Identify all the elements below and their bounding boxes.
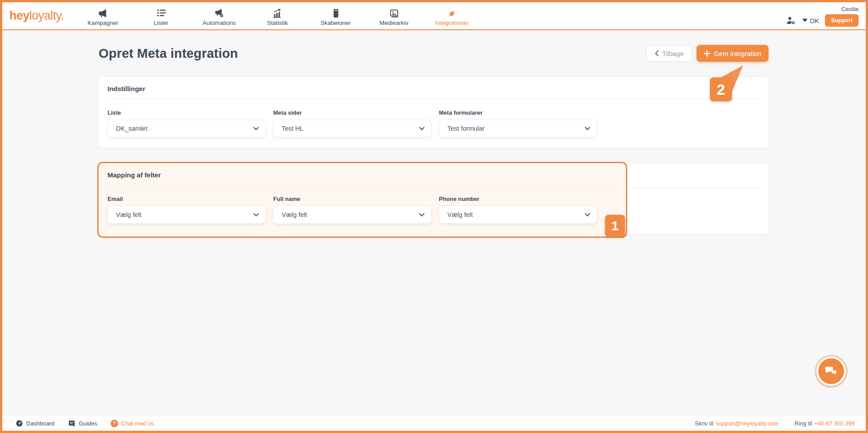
- logo-text-loyalty: loyalty.: [29, 9, 64, 22]
- chevron-left-icon: [655, 50, 659, 56]
- phone-number-mapping-select-value: Vælg felt: [447, 211, 585, 218]
- meta-sider-select[interactable]: Test HL: [273, 120, 431, 137]
- nav-item-statistik[interactable]: Statistik: [248, 6, 307, 26]
- chevron-down-icon: [419, 127, 425, 131]
- field-label-email: Email: [108, 196, 266, 202]
- field-phone-number: Phone number Vælg felt: [439, 196, 597, 224]
- settings-card: Indstillinger Liste DK_samlet Meta sider…: [99, 77, 768, 148]
- divider: [108, 98, 760, 99]
- email-mapping-select-value: Vælg felt: [116, 211, 253, 218]
- image-icon: [389, 8, 399, 19]
- nav-item-mediearkiv[interactable]: Mediearkiv: [365, 6, 423, 26]
- main-content: Opret Meta integration Tilbage Gem integ…: [2, 30, 866, 416]
- chevron-down-icon: [253, 213, 259, 217]
- mapping-card: Mapping af felter Email Vælg felt Full n…: [99, 163, 768, 234]
- call-prefix: Ring til: [795, 420, 812, 427]
- liste-select-value: DK_samlet: [116, 125, 253, 132]
- support-button[interactable]: Support: [825, 14, 859, 27]
- field-label-liste: Liste: [108, 109, 266, 116]
- nav-item-lister[interactable]: Lister: [132, 6, 190, 26]
- locale-selector[interactable]: DK: [802, 17, 819, 24]
- mapping-highlight-box: Mapping af felter Email Vælg felt Full n…: [97, 162, 627, 238]
- divider: [108, 184, 617, 185]
- nav-label: Lister: [154, 20, 168, 26]
- chat-widget-button[interactable]: [816, 357, 846, 386]
- guides-label: Guides: [79, 420, 97, 427]
- guides-link[interactable]: Guides: [68, 420, 97, 427]
- meta-formularer-select-value: Test formular: [447, 125, 585, 132]
- support-email-link[interactable]: support@heyloyalty.com: [716, 420, 779, 427]
- chat-bubbles-icon: [824, 365, 838, 377]
- page-title: Opret Meta integration: [99, 46, 238, 61]
- back-button[interactable]: Tilbage: [646, 45, 693, 62]
- field-meta-formularer: Meta formularer Test formular: [439, 109, 597, 137]
- meta-formularer-select[interactable]: Test formular: [439, 120, 597, 137]
- chevron-down-icon: [253, 127, 259, 131]
- header-right: Cecilie DK Support: [786, 5, 859, 27]
- chevron-down-icon: [419, 213, 425, 217]
- gauge-icon: [16, 420, 23, 427]
- list-icon: [156, 8, 167, 19]
- field-label-meta-formularer: Meta formularer: [439, 109, 597, 116]
- plug-icon: [447, 8, 458, 19]
- mapping-card-title: Mapping af felter: [108, 171, 617, 179]
- meta-sider-select-value: Test HL: [282, 125, 419, 132]
- field-full-name: Full name Vælg felt: [273, 196, 431, 224]
- field-email: Email Vælg felt: [108, 196, 266, 224]
- nav-item-automations[interactable]: Automations: [190, 6, 248, 26]
- nav-item-skabeloner[interactable]: Skabeloner: [307, 6, 365, 26]
- megaphone-icon: [98, 8, 108, 19]
- plus-icon: [704, 50, 710, 57]
- heyloyalty-logo[interactable]: heyloyalty.: [9, 9, 64, 23]
- nav-label: Skabeloner: [320, 20, 350, 26]
- dashboard-label: Dashboard: [26, 420, 55, 427]
- top-nav: heyloyalty. Kampagner Lister: [2, 2, 866, 30]
- step-badge-1: 1: [605, 215, 625, 237]
- full-name-mapping-select-value: Vælg felt: [282, 211, 419, 218]
- nav-item-kampagner[interactable]: Kampagner: [74, 6, 132, 26]
- nav-item-integrationer[interactable]: Integrationer: [423, 6, 481, 26]
- caret-down-icon: [802, 19, 808, 22]
- field-liste: Liste DK_samlet: [108, 109, 266, 137]
- logo-text-hey: hey: [9, 9, 29, 22]
- write-to-prefix: Skriv til: [695, 420, 713, 427]
- field-label-full-name: Full name: [273, 196, 431, 202]
- chat-med-os-link[interactable]: ? Chat med os: [111, 420, 154, 427]
- book-icon: [68, 420, 76, 427]
- chevron-down-icon: [585, 127, 590, 131]
- field-label-meta-sider: Meta sider: [273, 109, 431, 116]
- user-settings-icon[interactable]: [786, 16, 796, 25]
- main-nav: Kampagner Lister: [74, 6, 481, 26]
- bar-chart-icon: [272, 8, 283, 19]
- back-button-label: Tilbage: [662, 50, 684, 57]
- save-button-label: Gem integration: [714, 50, 761, 57]
- nav-label: Mediearkiv: [379, 20, 408, 26]
- nav-label: Kampagner: [88, 20, 119, 26]
- dashboard-link[interactable]: Dashboard: [16, 420, 55, 427]
- email-mapping-select[interactable]: Vælg felt: [108, 206, 266, 224]
- chat-med-os-label: Chat med os: [121, 420, 154, 427]
- step-badge-2: 2: [710, 77, 732, 101]
- tablet-icon: [330, 8, 341, 19]
- support-phone-link[interactable]: +45 87 300 399: [814, 420, 855, 427]
- nav-label: Statistik: [267, 20, 288, 26]
- settings-card-title: Indstillinger: [108, 85, 760, 92]
- chevron-down-icon: [585, 213, 590, 217]
- full-name-mapping-select[interactable]: Vælg felt: [273, 206, 431, 224]
- nav-label: Integrationer: [435, 20, 469, 26]
- locale-code: DK: [810, 17, 819, 24]
- question-mark-icon: ?: [111, 420, 118, 427]
- megaphone-gear-icon: [214, 8, 225, 19]
- field-label-phone-number: Phone number: [439, 196, 597, 202]
- nav-label: Automations: [203, 20, 236, 26]
- save-integration-button[interactable]: Gem integration: [697, 45, 768, 62]
- footer-bar: Dashboard Guides ? Chat med os Skriv til…: [2, 416, 866, 431]
- user-name: Cecilie: [841, 6, 859, 12]
- liste-select[interactable]: DK_samlet: [108, 120, 266, 137]
- phone-number-mapping-select[interactable]: Vælg felt: [439, 206, 597, 224]
- field-meta-sider: Meta sider Test HL: [273, 109, 431, 137]
